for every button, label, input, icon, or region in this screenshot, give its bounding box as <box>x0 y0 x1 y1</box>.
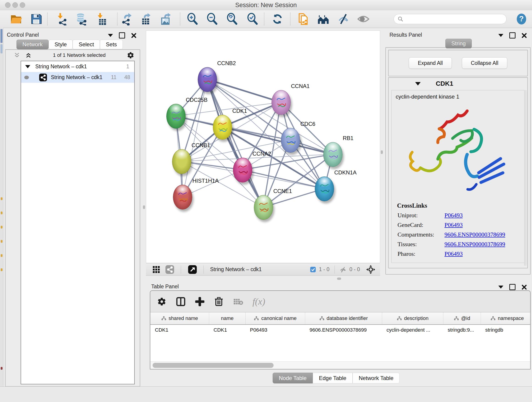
panel-float-icon[interactable] <box>119 32 125 38</box>
zoom-selected-icon[interactable] <box>245 12 260 26</box>
grid-view-icon[interactable] <box>152 266 160 274</box>
zoom-in-icon[interactable] <box>185 12 200 26</box>
table-row[interactable]: CDK1CDK1P064939606.ENSP00000378699cyclin… <box>150 325 530 335</box>
tab-string[interactable]: String <box>445 39 472 48</box>
crosslink-link-uniprot[interactable]: P06493 <box>444 212 462 219</box>
table-cell-shared-name[interactable]: CDK1 <box>150 325 209 335</box>
delete-table-icon[interactable] <box>233 298 243 305</box>
column-header-name[interactable]: name <box>209 313 245 324</box>
show-columns-icon[interactable] <box>176 297 186 306</box>
panel-close-icon[interactable] <box>521 284 527 290</box>
network-node-ccna1[interactable] <box>272 90 291 115</box>
crosslink-link-compartments[interactable]: 9606.ENSP00000378699 <box>444 231 505 238</box>
panel-close-icon[interactable] <box>131 33 137 38</box>
network-node-ccne1[interactable] <box>254 195 273 220</box>
network-node-cdkn1a[interactable] <box>315 177 334 201</box>
table-cell-description[interactable]: cyclin-dependent ... <box>382 325 443 335</box>
results-scrollbar[interactable] <box>524 90 527 266</box>
delete-column-trash-icon[interactable] <box>215 297 223 306</box>
network-canvas[interactable]: CCNB2CCNA1CDC25BCDK1CDC6RB1CCNB1CCNA2CDK… <box>146 31 380 263</box>
panel-float-icon[interactable] <box>509 284 515 290</box>
gene-section-header[interactable]: CDK1 <box>389 78 527 89</box>
column-header-id[interactable]: @id <box>443 313 481 324</box>
tab-select[interactable]: Select <box>73 40 100 49</box>
panel-close-icon[interactable] <box>521 33 527 38</box>
column-header-canonical-name[interactable]: canonical name <box>245 313 305 324</box>
export-image-icon[interactable] <box>159 12 173 26</box>
crosslink-link-tissues[interactable]: 9606.ENSP00000378699 <box>444 241 505 248</box>
network-row-selected[interactable]: String Network – cdk1 11 48 <box>21 72 134 83</box>
collection-expander-icon[interactable] <box>25 65 30 68</box>
tab-sets[interactable]: Sets <box>100 40 123 49</box>
tab-node-table[interactable]: Node Table <box>273 373 313 383</box>
network-node-cdk1[interactable] <box>213 115 232 140</box>
table-cell-database-identifier[interactable]: 9606.ENSP00000378699 <box>305 325 382 335</box>
import-network-from-database-icon[interactable] <box>74 12 89 26</box>
network-node-hist1h1a[interactable] <box>173 185 192 210</box>
table-options-gear-icon[interactable] <box>157 297 166 306</box>
open-session-icon[interactable] <box>9 12 23 26</box>
panel-menu-icon[interactable] <box>498 286 503 288</box>
import-table-from-file-icon[interactable] <box>95 12 109 26</box>
create-column-plus-icon[interactable] <box>195 297 204 306</box>
network-node-rb1[interactable] <box>323 142 342 167</box>
horizontal-splitter[interactable] <box>146 276 532 282</box>
right-splitter[interactable] <box>381 28 383 276</box>
table-cell-canonical-name[interactable]: P06493 <box>245 325 305 335</box>
help-icon[interactable]: ? <box>514 12 529 26</box>
show-all-eye-icon[interactable] <box>356 12 370 26</box>
gene-expander-icon[interactable] <box>415 82 421 85</box>
network-edge[interactable] <box>242 170 324 189</box>
panel-float-icon[interactable] <box>509 32 515 38</box>
main-toolbar: ? <box>0 10 532 28</box>
hscrollbar-thumb[interactable] <box>152 363 273 368</box>
expand-all-icon[interactable] <box>25 52 32 58</box>
crosslink-link-pharos[interactable]: P06493 <box>444 250 462 257</box>
network-list-options-gear-icon[interactable] <box>127 51 134 59</box>
toolbar-search[interactable] <box>394 14 507 24</box>
duplicate-network-icon[interactable] <box>296 12 310 26</box>
panel-menu-icon[interactable] <box>498 34 503 37</box>
network-node-cdc6[interactable] <box>281 128 300 153</box>
search-input[interactable] <box>406 16 503 22</box>
birds-eye-toggle-icon[interactable] <box>366 265 375 274</box>
tab-network[interactable]: Network <box>17 40 49 49</box>
column-header-namespace[interactable]: namespace <box>481 313 531 324</box>
column-header-shared-name[interactable]: shared name <box>150 313 209 324</box>
collapse-all-button[interactable]: Collapse All <box>462 57 507 69</box>
tab-style[interactable]: Style <box>49 40 73 49</box>
table-cell-namespace[interactable]: stringdb <box>481 325 531 335</box>
panel-menu-icon[interactable] <box>108 34 113 37</box>
crosslink-link-genecard[interactable]: P06493 <box>444 222 462 229</box>
column-header-database-identifier[interactable]: database identifier <box>305 313 382 324</box>
tab-edge-table[interactable]: Edge Table <box>313 373 353 383</box>
refresh-view-icon[interactable] <box>270 12 285 26</box>
hide-selected-icon[interactable] <box>336 12 351 26</box>
expand-all-button[interactable]: Expand All <box>409 57 452 69</box>
save-session-icon[interactable] <box>29 12 43 26</box>
import-network-from-file-icon[interactable] <box>55 12 69 26</box>
network-node-ccnb1[interactable] <box>172 149 191 174</box>
network-edge[interactable] <box>207 79 263 207</box>
export-network-icon[interactable] <box>120 12 134 26</box>
network-collection-row[interactable]: String Network – cdk1 1 <box>21 61 134 72</box>
table-toolbar: f(x) <box>150 291 530 312</box>
network-node-ccnb2[interactable] <box>198 67 217 92</box>
zoom-fit-content-icon[interactable] <box>225 12 239 26</box>
table-hscrollbar[interactable] <box>150 361 530 369</box>
function-builder-icon[interactable]: f(x) <box>253 296 265 307</box>
left-splitter[interactable] <box>143 28 146 386</box>
export-table-icon[interactable] <box>139 12 153 26</box>
table-cell-name[interactable]: CDK1 <box>209 325 245 335</box>
tab-network-table[interactable]: Network Table <box>353 373 400 383</box>
network-view-string-icon[interactable] <box>165 265 174 274</box>
column-header-description[interactable]: description <box>382 313 443 324</box>
network-node-cdc25b[interactable] <box>166 104 186 128</box>
zoom-out-icon[interactable] <box>205 12 219 26</box>
network-node-ccna2[interactable] <box>233 158 252 182</box>
collapse-all-icon[interactable] <box>14 52 20 58</box>
network-edge[interactable] <box>207 79 281 102</box>
detach-view-icon[interactable] <box>188 265 197 274</box>
first-neighbors-icon[interactable] <box>316 12 330 26</box>
table-cell-id[interactable]: stringdb:9... <box>443 325 481 335</box>
